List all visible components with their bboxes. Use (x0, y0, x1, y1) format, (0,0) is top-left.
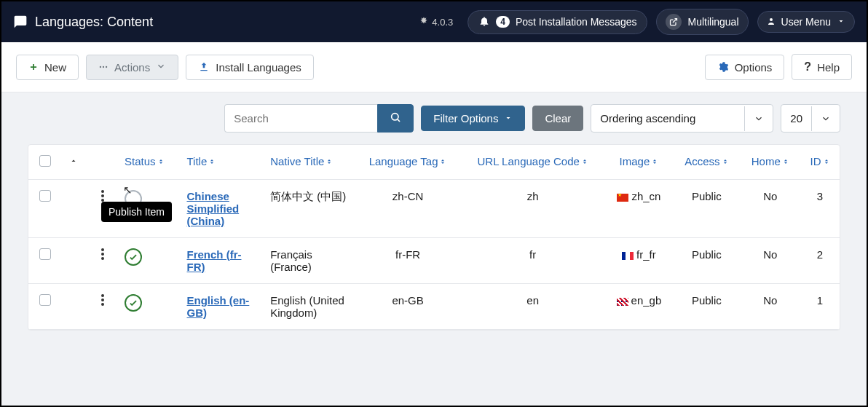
image-cell: en_gb (605, 284, 674, 330)
column-ordering[interactable] (62, 145, 88, 180)
column-status[interactable]: Status (117, 145, 179, 180)
clear-label: Clear (545, 112, 571, 125)
svg-point-5 (101, 190, 104, 193)
page-size-select[interactable]: 20 (781, 104, 840, 133)
search-input[interactable] (224, 104, 377, 133)
flag-icon (622, 252, 634, 260)
svg-point-12 (101, 299, 104, 301)
status-published-icon[interactable] (125, 294, 142, 312)
language-title-link[interactable]: English (en-GB) (186, 294, 249, 319)
column-language-tag[interactable]: Language Tag (355, 145, 460, 180)
image-cell: zh_cn (605, 180, 674, 238)
column-native-title[interactable]: Native Title (263, 145, 355, 180)
native-title-cell: Français (France) (263, 238, 355, 284)
access-cell: Public (673, 284, 740, 330)
row-actions-menu[interactable] (95, 248, 110, 260)
svg-point-8 (101, 248, 104, 251)
sort-asc-icon (69, 155, 78, 167)
multilingual-label: Multilingual (687, 16, 738, 28)
user-menu-label: User Menu (781, 16, 831, 28)
sort-icon (823, 155, 830, 167)
upload-icon (198, 61, 210, 73)
notification-count: 4 (496, 16, 510, 28)
url-code-cell: en (461, 284, 605, 330)
row-actions-menu[interactable] (95, 190, 110, 202)
svg-point-3 (106, 66, 107, 68)
status-published-icon[interactable] (125, 248, 142, 266)
bell-icon (478, 15, 490, 29)
chevron-down-icon (811, 106, 840, 131)
column-url-code[interactable]: URL Language Code (461, 145, 605, 180)
row-checkbox[interactable] (39, 248, 51, 260)
select-all-checkbox[interactable] (39, 155, 51, 167)
filter-row: Filter Options Clear Ordering ascending … (1, 92, 867, 144)
sort-icon (326, 155, 333, 167)
version-text: 4.0.3 (432, 17, 453, 28)
topbar: Languages: Content 4.0.3 4 Post Installa… (1, 1, 867, 42)
new-button[interactable]: New (16, 55, 79, 80)
ordering-select[interactable]: Ordering ascending (591, 104, 773, 133)
sort-icon (581, 155, 588, 167)
version-badge: 4.0.3 (419, 16, 453, 28)
publish-tooltip: Publish Item (101, 202, 172, 222)
toolbar: New Actions Install Languages Options ? … (1, 42, 867, 92)
svg-point-2 (103, 66, 104, 68)
row-checkbox[interactable] (39, 294, 51, 306)
id-cell: 3 (800, 180, 840, 238)
home-cell: No (740, 284, 800, 330)
svg-point-1 (100, 66, 101, 68)
actions-button[interactable]: Actions (86, 55, 178, 80)
search-icon (390, 111, 401, 125)
svg-point-4 (392, 114, 398, 120)
options-button[interactable]: Options (705, 55, 785, 80)
home-cell: No (740, 238, 800, 284)
image-cell: fr_fr (605, 238, 674, 284)
row-actions-menu[interactable] (95, 294, 110, 306)
column-image[interactable]: Image (605, 145, 674, 180)
column-id[interactable]: ID (800, 145, 840, 180)
notification-label: Post Installation Messages (516, 16, 637, 28)
id-cell: 1 (800, 284, 840, 330)
filter-options-button[interactable]: Filter Options (421, 106, 525, 131)
native-title-cell: 简体中文 (中国) (263, 180, 355, 238)
help-button[interactable]: ? Help (792, 54, 852, 80)
notifications-button[interactable]: 4 Post Installation Messages (467, 10, 647, 34)
install-label: Install Languages (216, 61, 301, 74)
page-title: Languages: Content (35, 15, 153, 30)
flag-icon (617, 194, 628, 202)
url-code-cell: fr (461, 238, 605, 284)
user-menu-button[interactable]: User Menu (757, 11, 855, 33)
access-cell: Public (673, 180, 740, 238)
language-title-link[interactable]: French (fr-FR) (186, 248, 241, 273)
clear-button[interactable]: Clear (532, 106, 583, 131)
svg-point-10 (101, 257, 104, 260)
id-cell: 2 (800, 238, 840, 284)
sort-icon (208, 155, 216, 167)
search-button[interactable] (377, 104, 414, 133)
language-tag-cell: zh-CN (355, 180, 460, 238)
language-tag-cell: fr-FR (355, 238, 460, 284)
ordering-label: Ordering ascending (591, 105, 744, 132)
chevron-down-icon (156, 61, 166, 74)
url-code-cell: zh (461, 180, 605, 238)
filter-options-label: Filter Options (433, 112, 498, 125)
table-row: English (en-GB)English (United Kingdom)e… (28, 284, 840, 330)
svg-point-6 (101, 194, 104, 197)
native-title-cell: English (United Kingdom) (263, 284, 355, 330)
row-checkbox[interactable] (39, 190, 51, 202)
question-icon: ? (804, 60, 811, 74)
svg-point-11 (101, 294, 104, 297)
column-title[interactable]: Title (179, 145, 263, 180)
chat-icon (13, 15, 28, 29)
svg-point-9 (101, 253, 104, 256)
gear-icon (717, 61, 729, 73)
install-languages-button[interactable]: Install Languages (186, 55, 314, 80)
flag-icon (617, 298, 628, 306)
access-cell: Public (673, 238, 740, 284)
page-title-group: Languages: Content (13, 15, 153, 30)
column-home[interactable]: Home (740, 145, 800, 180)
column-access[interactable]: Access (673, 145, 740, 180)
multilingual-button[interactable]: Multilingual (656, 9, 748, 35)
language-title-link[interactable]: Chinese Simplified (China) (186, 190, 239, 227)
table-row: French (fr-FR)Français (France)fr-FRfrfr… (28, 238, 840, 284)
